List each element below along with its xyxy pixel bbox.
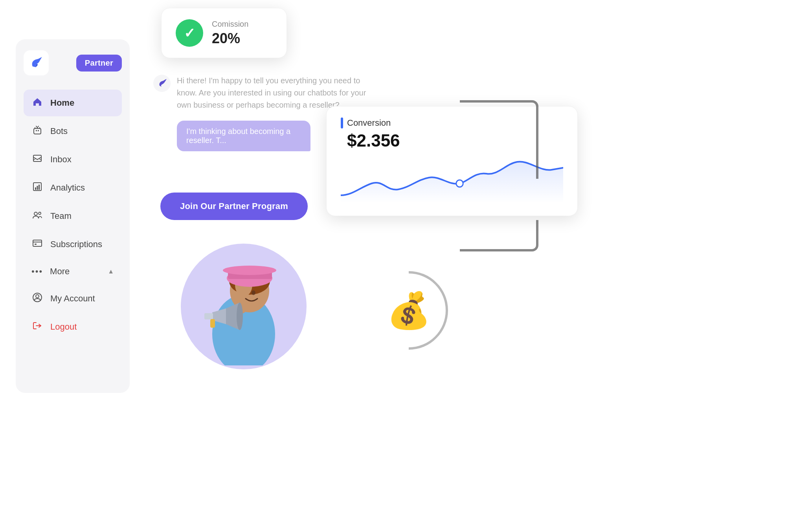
svg-rect-0	[34, 128, 41, 134]
analytics-icon	[31, 182, 43, 194]
account-icon	[31, 292, 43, 305]
svg-rect-14	[35, 244, 37, 245]
svg-point-11	[39, 212, 41, 215]
conversion-label: Conversion	[347, 118, 391, 128]
svg-rect-29	[204, 313, 213, 319]
svg-rect-12	[33, 240, 42, 246]
commission-card: Comission 20%	[161, 8, 287, 58]
sidebar-item-analytics[interactable]: Analytics	[24, 174, 122, 201]
corner-bracket-bottom	[460, 220, 538, 251]
conversion-indicator	[341, 117, 343, 128]
svg-rect-8	[37, 186, 38, 190]
svg-rect-2	[38, 130, 39, 131]
sidebar-item-logout-label: Logout	[50, 322, 77, 332]
sidebar-header: Partner	[24, 50, 122, 75]
sidebar-item-my-account[interactable]: My Account	[24, 285, 122, 312]
more-icon: •••	[31, 266, 43, 277]
svg-point-26	[252, 290, 255, 295]
sidebar-item-more-label: More	[50, 266, 70, 277]
chat-user-bubble: I'm thinking about becoming a reseller. …	[177, 121, 310, 151]
inbox-icon	[31, 153, 43, 166]
sidebar-item-subscriptions[interactable]: Subscriptions	[24, 231, 122, 258]
sidebar-item-logout[interactable]: Logout	[24, 314, 122, 340]
sidebar-item-analytics-label: Analytics	[50, 183, 85, 193]
person-illustration	[181, 244, 307, 369]
subscriptions-icon	[31, 238, 43, 251]
conversion-card: Conversion $2.356	[326, 106, 578, 216]
nav-items: Home Bots Inbox Analytics	[24, 90, 122, 382]
sidebar-item-subscriptions-label: Subscriptions	[50, 239, 102, 249]
commission-check-icon	[176, 19, 203, 47]
commission-value: 20%	[212, 30, 248, 47]
svg-point-10	[34, 212, 37, 215]
sidebar-item-team[interactable]: Team	[24, 203, 122, 229]
svg-rect-32	[210, 319, 215, 328]
svg-point-31	[237, 303, 243, 330]
chat-bot-icon	[153, 75, 171, 92]
svg-point-18	[456, 180, 463, 187]
team-icon	[31, 210, 43, 222]
svg-rect-7	[35, 187, 36, 190]
bots-icon	[31, 125, 43, 138]
svg-point-25	[223, 266, 276, 275]
commission-label: Comission	[212, 20, 248, 29]
logo-box	[24, 50, 49, 75]
sidebar-item-my-account-label: My Account	[50, 294, 95, 304]
sidebar-item-more[interactable]: ••• More ▲	[24, 259, 122, 284]
logo-bird-icon	[29, 55, 44, 70]
corner-bracket-top	[460, 100, 538, 179]
sidebar-item-bots-label: Bots	[50, 126, 68, 136]
sidebar-item-inbox[interactable]: Inbox	[24, 146, 122, 173]
sidebar-item-team-label: Team	[50, 211, 72, 221]
sidebar-item-inbox-label: Inbox	[50, 154, 72, 165]
chevron-up-icon: ▲	[108, 268, 114, 275]
svg-rect-1	[36, 130, 37, 131]
logout-icon	[31, 321, 43, 333]
home-icon	[31, 97, 43, 109]
sidebar: Partner Home Bots Inbox	[16, 39, 130, 393]
sidebar-item-bots[interactable]: Bots	[24, 118, 122, 145]
sidebar-item-home[interactable]: Home	[24, 90, 122, 116]
partner-badge: Partner	[76, 55, 122, 72]
join-partner-program-button[interactable]: Join Our Partner Program	[160, 193, 308, 220]
sidebar-item-home-label: Home	[50, 98, 74, 108]
money-bag-icon: 💰	[387, 290, 431, 331]
svg-rect-5	[33, 155, 41, 161]
svg-rect-9	[39, 185, 40, 190]
money-area: 💰	[366, 267, 452, 354]
person-svg	[189, 248, 299, 365]
svg-point-16	[36, 295, 39, 298]
